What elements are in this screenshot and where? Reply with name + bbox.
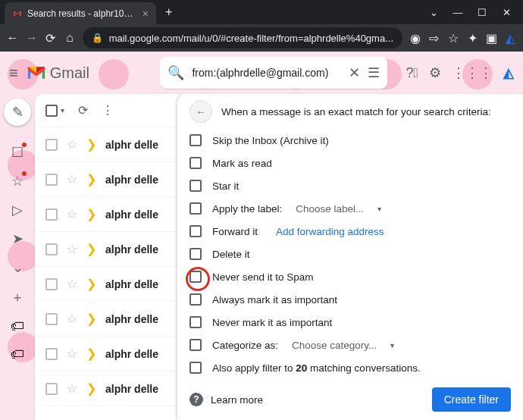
filter-option-skip-inbox[interactable]: Skip the Inbox (Archive it)	[189, 129, 511, 152]
row-sender: alphr delle	[105, 313, 158, 325]
checkbox-icon[interactable]	[189, 157, 202, 169]
search-bar[interactable]: 🔍 ✕ ☰	[160, 57, 387, 89]
row-sender: alphr delle	[105, 383, 158, 395]
send-icon[interactable]: ⇨	[427, 31, 440, 45]
row-important-icon[interactable]: ❯	[86, 346, 96, 361]
checkbox-icon[interactable]	[189, 180, 202, 192]
checkbox-icon[interactable]	[189, 134, 202, 146]
gmail-logo-text: Gmail	[50, 64, 89, 82]
more-icon[interactable]: ⌄	[421, 7, 446, 18]
filter-option-forward[interactable]: Forward itAdd forwarding address	[189, 220, 511, 243]
row-important-icon[interactable]: ❯	[86, 172, 96, 186]
back-icon[interactable]: ←	[6, 31, 19, 45]
apps-grid-icon[interactable]: ⋮⋮⋮	[452, 64, 493, 81]
create-filter-button[interactable]: Create filter	[432, 387, 511, 412]
row-checkbox[interactable]	[45, 313, 58, 325]
row-star-icon[interactable]: ☆	[67, 312, 77, 326]
row-star-icon[interactable]: ☆	[67, 137, 77, 152]
search-icon[interactable]: 🔍	[168, 64, 184, 81]
inbox-icon[interactable]: ☐	[11, 144, 23, 161]
starred-icon[interactable]: ☆	[11, 173, 23, 190]
checkbox-icon[interactable]	[189, 271, 202, 283]
compose-button[interactable]: ✎	[4, 99, 31, 126]
settings-gear-icon[interactable]: ⚙	[429, 64, 441, 81]
checkbox-icon[interactable]	[189, 293, 202, 306]
row-checkbox[interactable]	[45, 348, 58, 360]
browser-tab[interactable]: Search results - alphr101@gmail ×	[5, 2, 156, 25]
new-label-icon[interactable]: ＋	[11, 288, 24, 306]
minimize-icon[interactable]: ―	[446, 7, 470, 18]
filter-option-also-apply[interactable]: Also apply filter to 20 matching convers…	[189, 356, 511, 379]
close-window-icon[interactable]: ✕	[494, 7, 518, 18]
search-options-icon[interactable]: ☰	[368, 64, 380, 81]
choose-category-dropdown[interactable]: Choose category...	[292, 340, 377, 351]
row-important-icon[interactable]: ❯	[86, 277, 96, 291]
row-important-icon[interactable]: ❯	[86, 207, 96, 221]
home-icon[interactable]: ⌂	[63, 31, 76, 45]
row-important-icon[interactable]: ❯	[86, 312, 96, 326]
checkbox-icon[interactable]	[189, 339, 202, 351]
eye-icon[interactable]: ◉	[409, 31, 421, 45]
label-icon-2[interactable]: 🏷	[11, 346, 24, 362]
lock-icon: 🔒	[92, 33, 103, 43]
extensions-icon[interactable]: ✦	[465, 31, 478, 45]
checkbox-icon[interactable]	[189, 362, 202, 374]
add-forwarding-link[interactable]: Add forwarding address	[276, 226, 384, 237]
row-star-icon[interactable]: ☆	[67, 207, 77, 221]
row-star-icon[interactable]: ☆	[67, 277, 77, 291]
new-tab-button[interactable]: +	[165, 5, 172, 19]
search-input[interactable]	[192, 67, 341, 79]
row-checkbox[interactable]	[45, 243, 58, 255]
filter-option-mark-read[interactable]: Mark as read	[189, 152, 511, 174]
expand-icon[interactable]: ⌄	[12, 259, 23, 276]
filter-option-never-important[interactable]: Never mark it as important	[189, 311, 511, 334]
select-dropdown-icon[interactable]: ▾	[61, 106, 64, 114]
chevron-down-icon: ▾	[377, 205, 381, 213]
filter-back-button[interactable]: ←	[189, 100, 212, 123]
row-important-icon[interactable]: ❯	[86, 137, 96, 152]
support-icon[interactable]: ?⃝	[406, 65, 418, 81]
reload-icon[interactable]: ⟳	[44, 31, 57, 45]
row-star-icon[interactable]: ☆	[67, 242, 77, 256]
filter-option-apply-label[interactable]: Apply the label:Choose label...▾	[189, 197, 511, 220]
filter-option-delete[interactable]: Delete it	[189, 243, 511, 265]
more-menu-icon[interactable]: ⋮	[102, 103, 114, 118]
row-checkbox[interactable]	[45, 174, 58, 186]
checkbox-icon[interactable]	[189, 316, 202, 328]
row-checkbox[interactable]	[45, 278, 58, 290]
sent-icon[interactable]: ➤	[12, 230, 23, 247]
snoozed-icon[interactable]: ▷	[12, 202, 23, 218]
row-star-icon[interactable]: ☆	[67, 172, 77, 186]
checkbox-icon[interactable]	[189, 225, 202, 237]
label-icon[interactable]: 🏷	[11, 318, 24, 334]
select-all-checkbox[interactable]	[45, 105, 58, 117]
help-icon: ?	[189, 393, 203, 406]
row-checkbox[interactable]	[45, 383, 58, 395]
star-outline-icon[interactable]: ☆	[446, 31, 459, 45]
alphr-ext-icon[interactable]: ◭	[504, 31, 517, 45]
row-star-icon[interactable]: ☆	[67, 381, 77, 396]
filter-option-never-spam[interactable]: Never send it to Spam	[189, 265, 511, 288]
tab-close-icon[interactable]: ×	[142, 8, 149, 20]
learn-more-link[interactable]: ? Learn more	[189, 393, 263, 406]
row-checkbox[interactable]	[45, 139, 58, 151]
row-important-icon[interactable]: ❯	[86, 242, 96, 256]
filter-option-categorize[interactable]: Categorize as:Choose category...▾	[189, 334, 511, 356]
row-star-icon[interactable]: ☆	[67, 346, 77, 361]
refresh-icon[interactable]: ⟳	[78, 103, 88, 118]
filter-option-always-important[interactable]: Always mark it as important	[189, 288, 511, 311]
maximize-icon[interactable]: ☐	[470, 7, 494, 18]
address-bar[interactable]: 🔒 mail.google.com/mail/u/0/#create-filte…	[83, 27, 402, 49]
cube-icon[interactable]: ▣	[485, 31, 498, 45]
gmail-logo[interactable]: Gmail	[26, 64, 89, 82]
row-checkbox[interactable]	[45, 208, 58, 221]
clear-search-icon[interactable]: ✕	[349, 64, 360, 81]
alphr-logo-icon[interactable]: ◭	[503, 64, 514, 81]
choose-label-dropdown[interactable]: Choose label...	[296, 203, 364, 215]
filter-option-star[interactable]: Star it	[189, 174, 511, 197]
checkbox-icon[interactable]	[189, 202, 202, 215]
main-menu-icon[interactable]: ≡	[9, 64, 18, 82]
filter-header-text: When a message is an exact match for you…	[221, 106, 491, 118]
row-important-icon[interactable]: ❯	[86, 381, 96, 396]
checkbox-icon[interactable]	[189, 248, 202, 260]
